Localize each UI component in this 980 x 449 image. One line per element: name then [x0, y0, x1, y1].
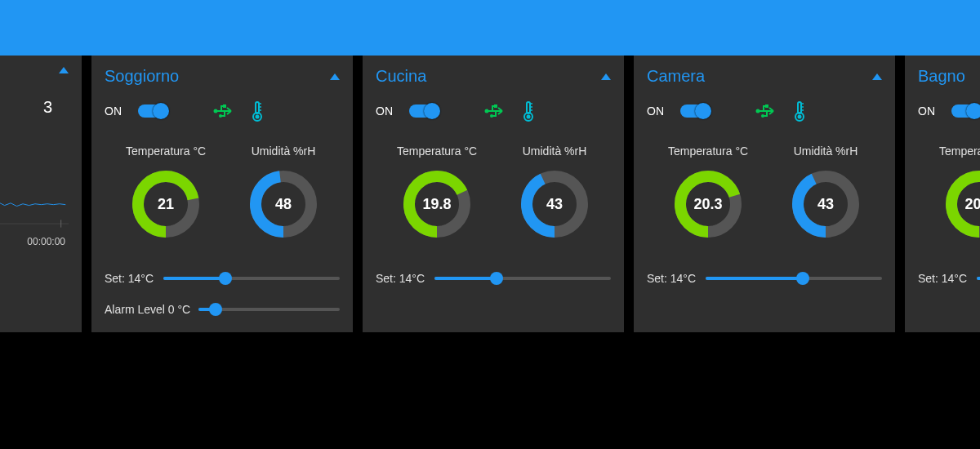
room-card: Soggiorno ON Temperatura °C: [91, 56, 353, 332]
partial-value: 3: [0, 98, 69, 117]
collapse-icon[interactable]: [601, 73, 611, 80]
setpoint-slider[interactable]: [706, 277, 882, 280]
setpoint-label: Set: 14°C: [647, 272, 697, 285]
waveform-title: erna: [0, 149, 69, 163]
svg-point-30: [756, 109, 760, 113]
room-card-partial: 3 erna 00:00:00: [0, 56, 82, 332]
svg-point-19: [490, 114, 493, 118]
card-title: Camera: [647, 67, 705, 86]
power-label: ON: [647, 104, 664, 118]
temp-value: 19.8: [402, 169, 472, 239]
humidity-gauge: 43: [519, 169, 590, 239]
humidity-value: 48: [248, 169, 318, 239]
humidity-value: 43: [519, 169, 590, 239]
collapse-icon[interactable]: [59, 67, 69, 73]
thermometer-icon: [791, 100, 808, 122]
svg-point-33: [761, 114, 764, 118]
svg-point-16: [485, 109, 489, 113]
power-label: ON: [376, 104, 393, 118]
collapse-icon[interactable]: [330, 73, 340, 80]
room-card: Cucina ON Temperatura °C: [363, 56, 624, 332]
temp-gauge: 21: [131, 169, 201, 239]
temp-gauge: 19.8: [402, 169, 472, 239]
alarm-label: Alarm Level 0 °C: [105, 303, 190, 316]
humidity-label: Umidità %rH: [523, 144, 587, 158]
humidity-label: Umidità %rH: [252, 144, 316, 158]
power-label: ON: [918, 104, 935, 118]
temp-value: 21: [131, 169, 201, 239]
svg-rect-4: [223, 104, 226, 108]
humidity-label: Umidità %rH: [794, 144, 858, 158]
temp-gauge: 20.1: [944, 169, 980, 239]
temp-gauge: 20.3: [673, 169, 743, 239]
cards-row: 3 erna 00:00:00 Soggiorno ON: [0, 56, 980, 332]
waveform-panel: erna 00:00:00: [0, 149, 69, 247]
power-label: ON: [105, 104, 122, 118]
humidity-gauge: 48: [248, 169, 318, 239]
temp-label: Temperatura °C: [939, 144, 980, 158]
setpoint-label: Set: 14°C: [105, 272, 155, 285]
temp-label: Temperatura °C: [126, 144, 206, 158]
setpoint-slider[interactable]: [434, 277, 611, 280]
alarm-slider[interactable]: [198, 308, 340, 311]
svg-rect-34: [798, 102, 801, 113]
room-card: Camera ON Temperatura °C: [634, 56, 895, 332]
time-axis-label: 00:00:00: [27, 236, 65, 247]
svg-rect-18: [494, 104, 497, 108]
card-title: Bagno: [918, 67, 965, 86]
svg-rect-20: [527, 102, 530, 113]
svg-point-36: [798, 115, 802, 119]
humidity-value: 43: [791, 169, 861, 239]
card-title: Cucina: [376, 67, 426, 86]
svg-rect-6: [256, 102, 259, 113]
top-bar: [0, 0, 980, 56]
temp-label: Temperatura °C: [668, 144, 748, 158]
power-toggle[interactable]: [680, 104, 710, 118]
setpoint-label: Set: 14°C: [918, 272, 969, 285]
humidity-gauge: 43: [791, 169, 861, 239]
svg-rect-32: [765, 104, 768, 108]
usb-icon: [755, 102, 777, 120]
temp-label: Temperatura °C: [397, 144, 477, 158]
usb-icon: [213, 102, 234, 120]
temp-value: 20.3: [673, 169, 743, 239]
setpoint-slider[interactable]: [163, 277, 340, 280]
temp-value: 20.1: [944, 169, 980, 239]
setpoint-label: Set: 14°C: [376, 272, 426, 285]
svg-point-2: [214, 109, 218, 113]
power-toggle[interactable]: [409, 104, 439, 118]
usb-icon: [484, 102, 506, 120]
power-toggle[interactable]: [138, 104, 167, 118]
svg-point-8: [256, 115, 260, 119]
waveform-chart: [0, 168, 69, 233]
room-card: Bagno ON Temperatura °C: [905, 56, 980, 332]
setpoint-slider[interactable]: [977, 277, 980, 280]
svg-point-22: [527, 115, 531, 119]
thermometer-icon: [249, 100, 265, 122]
card-title: Soggiorno: [105, 67, 179, 86]
svg-point-5: [219, 114, 222, 118]
collapse-icon[interactable]: [872, 73, 882, 80]
thermometer-icon: [520, 100, 537, 122]
power-toggle[interactable]: [951, 104, 980, 118]
